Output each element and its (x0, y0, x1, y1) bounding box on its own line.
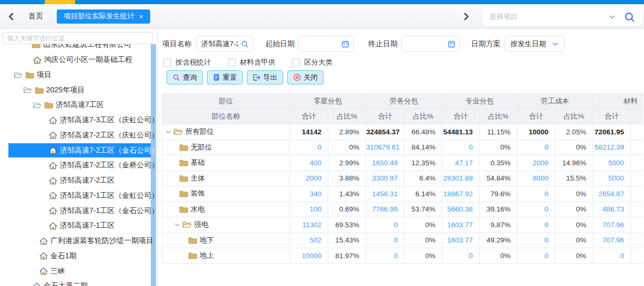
tree-item[interactable]: 鸿庆公司小区一期基础工程 (0, 52, 157, 68)
row-name-cell[interactable]: 所有部位 (162, 124, 290, 140)
export-icon (253, 73, 261, 81)
total-value-cell[interactable]: 0 (290, 140, 328, 155)
tree-item[interactable]: 济邹高速7工区 (0, 98, 157, 113)
checkbox-box[interactable] (163, 59, 171, 67)
checkbox-box[interactable] (228, 59, 236, 67)
column-group-header: 专业分包 (442, 94, 517, 109)
total-value-cell[interactable]: 1603.77 (442, 217, 480, 233)
row-name-cell[interactable]: 水电 (162, 202, 290, 217)
total-value-cell[interactable]: 28301.89 (442, 171, 480, 186)
total-value-cell[interactable]: 3300.97 (366, 171, 404, 186)
row-name-cell[interactable]: 强电 (162, 217, 290, 233)
total-value-cell[interactable]: 2000 (517, 155, 555, 171)
total-value-cell[interactable]: 2654.87 (593, 186, 631, 202)
total-value-cell[interactable]: 1603.77 (442, 232, 480, 248)
total-value-cell[interactable]: 1456.31 (366, 186, 404, 202)
total-value-cell[interactable]: 486.73 (593, 202, 631, 217)
folder-open-expander-icon[interactable] (23, 87, 32, 93)
chevron-down-icon[interactable] (174, 222, 180, 228)
total-value-cell[interactable]: 100 (290, 202, 328, 217)
total-value-cell[interactable]: 58212.39 (593, 140, 631, 155)
total-value-cell[interactable]: 7766.99 (366, 202, 404, 217)
tab-home[interactable]: 首页 (28, 12, 43, 21)
chevron-right-icon[interactable] (463, 13, 470, 20)
tree-item[interactable]: 济邹高速7-1工区（金虹公司） (0, 188, 157, 204)
folder-open-expander-icon[interactable] (33, 102, 41, 109)
total-value-cell[interactable]: 5000 (593, 171, 631, 186)
total-value-cell[interactable]: 0 (517, 186, 555, 202)
row-name-cell[interactable]: 无部位 (162, 140, 290, 155)
total-value-cell[interactable]: 1650.49 (366, 155, 404, 171)
chevron-down-icon[interactable] (609, 14, 616, 20)
tree-filter-input[interactable] (3, 32, 153, 44)
tree-item[interactable]: 济邹高速7-1工区（金石公司） (0, 203, 157, 218)
total-value-cell[interactable]: 47.17 (442, 155, 480, 171)
checkbox-material-supply[interactable]: 材料含甲供 (228, 58, 276, 67)
tree-item[interactable]: 济邹高速7-2工区（庆虹公司） (0, 128, 157, 143)
tree-item[interactable]: 济邹高速7-2工区 (0, 173, 157, 188)
tree-item[interactable]: 2025年项目 (0, 82, 157, 98)
checkbox-box[interactable] (292, 59, 300, 67)
total-value-cell[interactable]: 5000 (593, 155, 631, 171)
checkbox-category[interactable]: 区分大类 (292, 58, 333, 67)
date-scheme-select[interactable]: 按发生日期 (504, 36, 565, 52)
tree-item[interactable]: 三峡 (0, 263, 157, 279)
total-value-cell[interactable]: 0 (366, 217, 404, 233)
total-value-cell[interactable]: 0 (442, 248, 480, 264)
tree-item[interactable]: 项目 (0, 68, 157, 83)
close-button[interactable]: 关闭 (287, 70, 324, 84)
tab-close-icon[interactable]: × (139, 13, 143, 20)
total-value-cell[interactable]: 0 (517, 202, 555, 217)
row-name-cell[interactable]: 基础 (162, 155, 290, 171)
total-value-cell[interactable]: 0 (366, 232, 404, 248)
total-value-cell[interactable]: 0 (593, 248, 631, 264)
total-value-cell[interactable]: 502 (290, 232, 328, 248)
chevron-left-icon[interactable] (8, 13, 15, 20)
tab-active[interactable]: 项目部位实际发生统计 × (57, 9, 150, 24)
tree-item[interactable]: 金石大厦二期 (0, 279, 157, 286)
row-name-cell[interactable]: 装饰 (162, 186, 290, 202)
calendar-icon[interactable] (341, 40, 349, 48)
search-icon[interactable] (241, 40, 249, 48)
total-value-cell[interactable]: 18867.92 (442, 186, 480, 202)
total-value-cell[interactable]: 0 (366, 248, 404, 264)
row-name-cell[interactable]: 地下 (162, 232, 290, 248)
reset-button[interactable]: 重置 (207, 70, 243, 84)
tree-item[interactable]: 山东庆虹建筑工程有限公司 (0, 44, 157, 52)
button-label: 关闭 (304, 73, 318, 82)
tree-item[interactable]: 广利港滚装客轮防沙堤一期项目 (0, 234, 157, 249)
total-value-cell[interactable]: 0 (517, 140, 555, 155)
project-select[interactable]: 选择项目 (482, 8, 642, 26)
row-name-cell[interactable]: 地上 (162, 248, 290, 264)
total-value-cell[interactable]: 0 (517, 217, 555, 233)
calendar-icon[interactable] (448, 40, 455, 48)
tree-item[interactable]: 济邹高速7-1工区 (0, 218, 157, 234)
percent-cell: 0% (404, 217, 442, 233)
main-panel: 项目名称 起始日期 终止日期 (158, 29, 644, 286)
total-value-cell[interactable]: 340 (290, 186, 328, 202)
tree-item[interactable]: 济邹高速7-3工区（庆虹公司） (0, 113, 157, 128)
total-value-cell[interactable]: 0 (517, 232, 555, 248)
total-value-cell[interactable]: 707.96 (593, 217, 631, 233)
folder-open-expander-icon[interactable] (14, 71, 23, 78)
total-value-cell[interactable]: 2000 (290, 171, 328, 186)
total-value-cell[interactable]: 400 (290, 155, 328, 171)
total-value-cell[interactable]: 0 (442, 140, 480, 155)
search-icon[interactable] (624, 12, 635, 23)
tree-item[interactable]: 济邹高速7-2工区（金石公司） (0, 143, 157, 158)
total-value-cell[interactable]: 0 (517, 248, 555, 264)
tree-item[interactable]: 金石1期 (0, 249, 157, 264)
chevron-down-icon[interactable] (165, 129, 171, 135)
tree-item-label: 济邹高速7-3工区（庆虹公司） (60, 115, 157, 125)
total-value-cell[interactable]: 8000 (517, 171, 555, 186)
total-value-cell[interactable]: 5660.38 (442, 202, 480, 217)
total-value-cell[interactable]: 10000 (290, 248, 328, 264)
query-button[interactable]: 查询 (167, 70, 203, 84)
total-value-cell[interactable]: 310679.61 (366, 140, 404, 155)
row-name-cell[interactable]: 主体 (162, 171, 290, 186)
checkbox-tax[interactable]: 按含税统计 (163, 58, 211, 67)
export-button[interactable]: 导出 (247, 70, 283, 84)
total-value-cell[interactable]: 11302 (290, 217, 328, 233)
total-value-cell[interactable]: 707.96 (593, 232, 631, 248)
tree-item[interactable]: 济邹高速7-2工区（金桥公司） (0, 158, 157, 173)
